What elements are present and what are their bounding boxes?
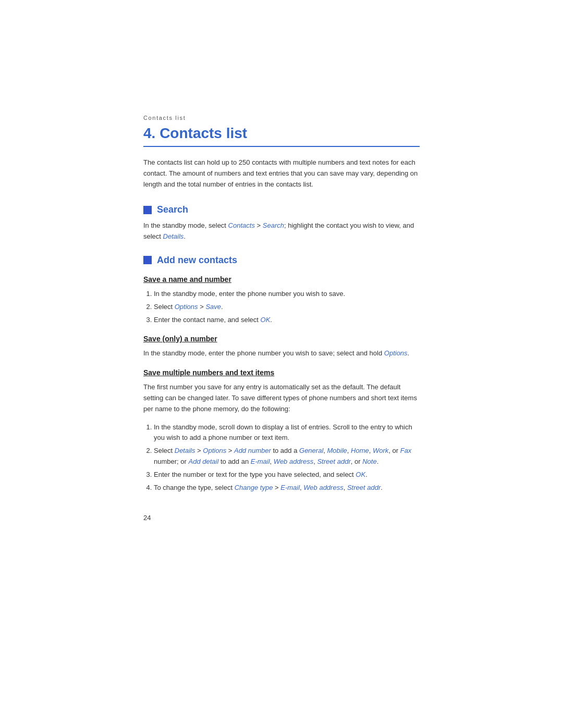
multi-step2-link-details: Details	[175, 447, 195, 454]
multi-step4-text-2: >	[273, 484, 280, 491]
multi-step2-text-9: number; or	[154, 458, 188, 465]
multi-step4-text-4: ,	[344, 484, 347, 491]
multi-step4-link-streetaddr: Street addr	[347, 484, 381, 491]
multi-step2-link-addnumber: Add number	[234, 447, 271, 454]
save-name-number-steps: In the standby mode, enter the phone num…	[154, 289, 420, 325]
search-section-header: Search	[143, 204, 420, 215]
chapter-number: 4.	[143, 125, 155, 141]
save-only-text-1: In the standby mode, enter the phone num…	[143, 349, 384, 357]
save-only-number-title: Save (only) a number	[143, 335, 420, 343]
step3-text-1: Enter the contact name, and select	[154, 316, 261, 324]
multi-step3-link-ok: OK	[356, 471, 365, 478]
multi-step4-link-webaddress: Web address	[303, 484, 343, 491]
multi-step2-text-11: ,	[270, 458, 274, 465]
save-multiple-title: Save multiple numbers and text items	[143, 368, 420, 377]
multi-step2-link-options: Options	[203, 447, 226, 454]
multi-step2-text-10: to add an	[218, 458, 250, 465]
step3-link-ok: OK	[261, 316, 271, 324]
multi-step2-text-4: to add a	[271, 447, 299, 454]
save-only-number-subsection: Save (only) a number In the standby mode…	[143, 335, 420, 359]
multi-step4-text-1: To change the type, select	[154, 484, 235, 491]
chapter-title-text: Contacts list	[160, 125, 247, 141]
save-multiple-steps: In the standby mode, scroll down to disp…	[154, 422, 420, 493]
chapter-title: 4. Contacts list	[143, 125, 420, 147]
multi-step2-text-7: ,	[369, 447, 373, 454]
multi-step2-link-webaddress: Web address	[274, 458, 313, 465]
search-body-text-2: >	[255, 221, 263, 229]
add-new-contacts-square	[143, 256, 152, 264]
multi-step2-link-general: General	[299, 447, 323, 454]
step1-text: In the standby mode, enter the phone num…	[154, 290, 345, 298]
multi-step2-link-adddetail: Add detail	[188, 458, 218, 465]
intro-paragraph: The contacts list can hold up to 250 con…	[143, 157, 420, 190]
page-number: 24	[143, 514, 420, 522]
multi-step4-link-changetype: Change type	[235, 484, 273, 491]
list-item: Select Options > Save.	[154, 302, 420, 313]
multi-step2-link-email: E-mail	[251, 458, 270, 465]
search-link-search: Search	[263, 221, 284, 229]
list-item: Enter the number or text for the type yo…	[154, 470, 420, 480]
multi-step2-text-1: Select	[154, 447, 175, 454]
step3-text-2: .	[270, 316, 272, 324]
list-item: In the standby mode, scroll down to disp…	[154, 422, 420, 444]
step2-text-1: Select	[154, 303, 175, 311]
multi-step2-text-2: >	[195, 447, 203, 454]
search-body-text-1: In the standby mode, select	[143, 221, 228, 229]
step2-link-options: Options	[175, 303, 198, 311]
save-only-link-options: Options	[384, 349, 408, 357]
save-only-number-body: In the standby mode, enter the phone num…	[143, 348, 420, 359]
search-section-square	[143, 206, 152, 214]
search-link-contacts: Contacts	[228, 221, 255, 229]
multi-step2-text-6: ,	[347, 447, 351, 454]
step2-link-save: Save	[205, 303, 221, 311]
step2-text-2: >	[198, 303, 206, 311]
list-item: Enter the contact name, and select OK.	[154, 315, 420, 326]
add-new-contacts-title: Add new contacts	[157, 255, 237, 266]
multi-step3-text-1: Enter the number or text for the type yo…	[154, 471, 356, 478]
multi-step2-text-8: , or	[388, 447, 400, 454]
list-item: Select Details > Options > Add number to…	[154, 446, 420, 467]
multi-step2-text-14: .	[377, 458, 379, 465]
save-name-number-title: Save a name and number	[143, 275, 420, 283]
multi-step3-text-2: .	[365, 471, 368, 478]
save-multiple-subsection: Save multiple numbers and text items The…	[143, 368, 420, 493]
search-link-details: Details	[163, 232, 184, 240]
multi-step2-link-home: Home	[351, 447, 369, 454]
search-section-title: Search	[157, 204, 188, 215]
multi-step2-text-5: ,	[323, 447, 327, 454]
multi-step4-text-5: .	[381, 484, 383, 491]
search-body-text-4: .	[183, 232, 186, 240]
search-section-body: In the standby mode, select Contacts > S…	[143, 220, 420, 242]
save-only-text-2: .	[408, 349, 410, 357]
add-new-contacts-section-header: Add new contacts	[143, 255, 420, 266]
page: Contacts list 4. Contacts list The conta…	[0, 0, 563, 728]
list-item: To change the type, select Change type >…	[154, 483, 420, 493]
multi-step1-text: In the standby mode, scroll down to disp…	[154, 423, 412, 442]
multi-step2-link-fax: Fax	[400, 447, 412, 454]
multi-step2-text-13: , or	[351, 458, 362, 465]
step2-text-3: .	[221, 303, 223, 311]
save-name-number-subsection: Save a name and number In the standby mo…	[143, 275, 420, 325]
multi-step4-link-email: E-mail	[280, 484, 300, 491]
breadcrumb: Contacts list	[143, 115, 420, 121]
multi-step2-link-streetaddr: Street addr	[317, 458, 350, 465]
multi-step2-link-note: Note	[362, 458, 376, 465]
multi-step2-link-mobile: Mobile	[327, 447, 347, 454]
save-multiple-intro: The first number you save for any entry …	[143, 382, 420, 414]
list-item: In the standby mode, enter the phone num…	[154, 289, 420, 300]
multi-step2-text-3: >	[226, 447, 234, 454]
multi-step2-link-work: Work	[373, 447, 388, 454]
